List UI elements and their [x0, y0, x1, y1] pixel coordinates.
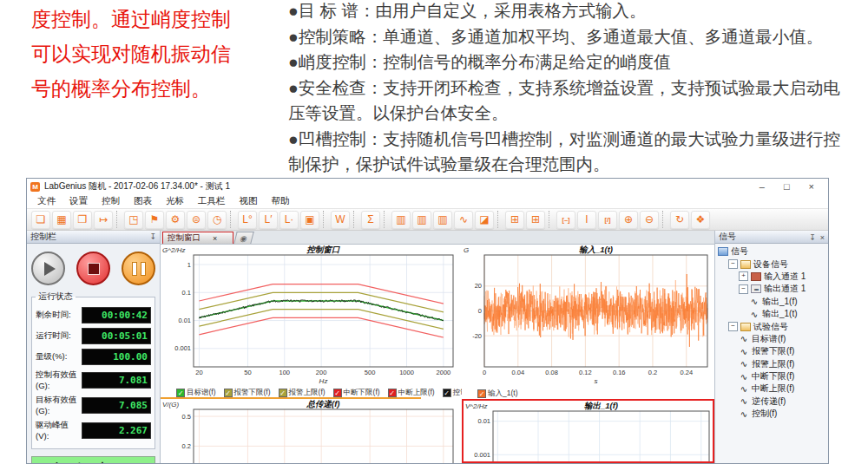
expand-icon[interactable]: + [739, 271, 748, 281]
cursor-horizontal-icon[interactable]: [–] [556, 211, 575, 229]
menu-item-设置[interactable]: 设置 [62, 195, 95, 207]
collapse-icon[interactable]: − [728, 259, 738, 269]
spectrum-chart-2-icon[interactable]: ▥ [412, 211, 431, 229]
histogram-curve-icon[interactable]: ∿ [454, 211, 473, 229]
close-icon[interactable]: × [820, 233, 825, 242]
svg-text:输入_1(t): 输入_1(t) [579, 245, 613, 254]
cascade-windows-icon[interactable]: ▣ [300, 211, 319, 229]
tree-item-输入通道 1[interactable]: +输入通道 1 [715, 271, 828, 283]
start-button[interactable] [31, 252, 65, 285]
menu-item-视图[interactable]: 视图 [233, 195, 265, 207]
tab-control-window[interactable]: 控制窗口 × [162, 232, 233, 244]
svg-text:0.04: 0.04 [511, 369, 524, 376]
svg-text:0.5: 0.5 [182, 413, 191, 421]
legend-checkbox[interactable]: ✓ [224, 389, 233, 397]
menu-item-帮助[interactable]: 帮助 [265, 195, 297, 207]
tree-item-报警下限(f)[interactable]: ∿报警下限(f) [715, 345, 828, 357]
legend-item: ✓控制(f) [443, 388, 462, 398]
svg-text:s: s [595, 377, 598, 385]
cursor-slope-icon[interactable]: [/] [598, 211, 617, 229]
tree-label: 报警下限(f) [752, 345, 794, 357]
tree-item-目标谱(f)[interactable]: ∿目标谱(f) [715, 333, 828, 345]
control-panel: 控制栏 ↧ 运行状态 剩余时间:00:00:42运行时间:00:05:01量级(… [27, 231, 161, 463]
input-time-plot[interactable]: 00.040.080.120.160.20.24200-20输入_1(t)Gs [462, 245, 714, 388]
legend-item: ✓报警上限(f) [279, 388, 326, 398]
tree-item-输出_1(t)[interactable]: ∿输出_1(t) [715, 308, 828, 320]
restore-button[interactable]: □ [784, 181, 790, 192]
transport-buttons [27, 244, 160, 291]
tree-label: 设备信号 [753, 258, 788, 271]
window-close-button[interactable]: × [809, 181, 814, 192]
status-field: 控制有效值(G):7.081 [36, 369, 151, 390]
tree-item-设备信号[interactable]: −设备信号 [715, 258, 828, 270]
tab-snapshot[interactable]: ◉ [233, 232, 253, 244]
settings-gear-icon[interactable]: ⚙ [166, 211, 185, 229]
save-icon[interactable]: ▦ [52, 211, 71, 229]
layout-four-pane-icon[interactable]: ⊞ [526, 211, 545, 229]
intro-red-text: 度控制。通过峭度控制可以实现对随机振动信号的概率分布控制。 [31, 2, 288, 106]
layout-two-pane-icon[interactable]: ⊞ [505, 211, 524, 229]
folder-icon [740, 260, 751, 269]
tree-item-中断上限(f)[interactable]: ∿中断上限(f) [715, 382, 828, 395]
legend-checkbox[interactable]: ✓ [388, 389, 397, 397]
run-status-group: 运行状态 剩余时间:00:00:42运行时间:00:05:01量级(%):100… [31, 291, 155, 449]
collapse-icon[interactable]: − [728, 322, 738, 331]
svg-text:控制窗口: 控制窗口 [306, 245, 341, 254]
field-value: 7.081 [82, 372, 151, 389]
pause-button[interactable] [122, 252, 155, 285]
refresh-icon[interactable]: ↻ [670, 211, 689, 229]
tree-item-信号[interactable]: 信号 [715, 245, 828, 258]
tree-item-报警上限(f)[interactable]: ∿报警上限(f) [715, 358, 828, 370]
legend-checkbox[interactable]: ✓ [279, 389, 287, 397]
legend-checkbox[interactable]: ✓ [477, 389, 486, 398]
tree-item-控制(f)[interactable]: ∿控制(f) [715, 408, 828, 420]
pin-icon[interactable]: ↧ [809, 233, 816, 242]
import-icon[interactable]: ◳ [124, 211, 143, 229]
tab-close-icon[interactable]: × [213, 234, 217, 243]
minimize-button[interactable]: – [760, 181, 765, 192]
bookmark-icon[interactable]: ⚑ [145, 211, 164, 229]
schedule-clock-icon[interactable]: ◷ [207, 211, 227, 229]
zoom-in-icon[interactable]: ⊕ [619, 211, 638, 229]
legend-item: ✓报警下限(f) [224, 388, 271, 398]
tree-item-输出通道 1[interactable]: −•••输出通道 1 [715, 283, 828, 295]
session-disc-icon[interactable]: ⊜ [187, 211, 206, 229]
menu-item-工具栏[interactable]: 工具栏 [191, 195, 233, 207]
feature-bullet-line: ●安全检查：支持开闭环检查，支持系统增益设置，支持预试验最大启动电 [288, 75, 868, 101]
control-spectrum-plot[interactable]: 20501002005001000200010.10.010.001控制窗口G^… [161, 245, 462, 388]
menu-item-图表[interactable]: 图表 [127, 195, 159, 207]
stop-button[interactable] [76, 252, 110, 285]
pin-icon[interactable]: ↧ [149, 232, 156, 241]
chart-edit-icon[interactable]: ◪ [475, 211, 494, 229]
tree-item-逆传递(f)[interactable]: ∿逆传递(f) [715, 395, 828, 408]
menu-item-文件[interactable]: 文件 [30, 195, 62, 207]
spectrum-chart-1-icon[interactable]: ▥ [391, 211, 411, 229]
new-file-icon[interactable]: ❏ [31, 211, 50, 229]
level-degree-icon[interactable]: L° [238, 211, 257, 229]
transfer-plot[interactable]: 2050100200500100020000.50.20.10.05总传递(f)… [161, 399, 462, 463]
level-prime-icon[interactable]: L′ [259, 211, 278, 229]
intro-red-line: 可以实现对随机振动信 [31, 36, 288, 71]
menu-item-控制[interactable]: 控制 [95, 195, 127, 207]
svg-text:0.1: 0.1 [182, 289, 191, 297]
collapse-icon[interactable]: − [739, 284, 748, 294]
toolbar-separator [323, 211, 327, 228]
cursor-vertical-icon[interactable]: I [577, 211, 596, 229]
statistics-sigma-icon[interactable]: Σ [361, 211, 380, 229]
legend-checkbox[interactable]: ✓ [333, 389, 342, 397]
legend-checkbox[interactable]: ✓ [443, 389, 451, 397]
fit-view-icon[interactable]: ❖ [691, 211, 710, 229]
open-icon[interactable]: ❐ [73, 211, 92, 229]
zoom-out-icon[interactable]: ⊖ [640, 211, 659, 229]
output-spectrum-plot[interactable]: 2050100200500100020000.010.0010.0001输出_1… [464, 401, 714, 463]
level-dot-icon[interactable]: L· [279, 211, 299, 229]
tree-item-试验信号[interactable]: −试验信号 [715, 320, 828, 332]
menu-item-光标[interactable]: 光标 [159, 195, 191, 207]
legend-checkbox[interactable]: ✓ [176, 389, 185, 397]
word-report-icon[interactable]: W [331, 211, 350, 229]
export-icon[interactable]: ↦ [94, 211, 113, 229]
tree-item-输出_1(f)[interactable]: ∿输出_1(f) [715, 296, 828, 308]
spectrum-chart-3-icon[interactable]: ▥ [433, 211, 452, 229]
tree-item-中断下限(f)[interactable]: ∿中断下限(f) [715, 370, 828, 382]
tab-label: 控制窗口 [168, 232, 201, 244]
